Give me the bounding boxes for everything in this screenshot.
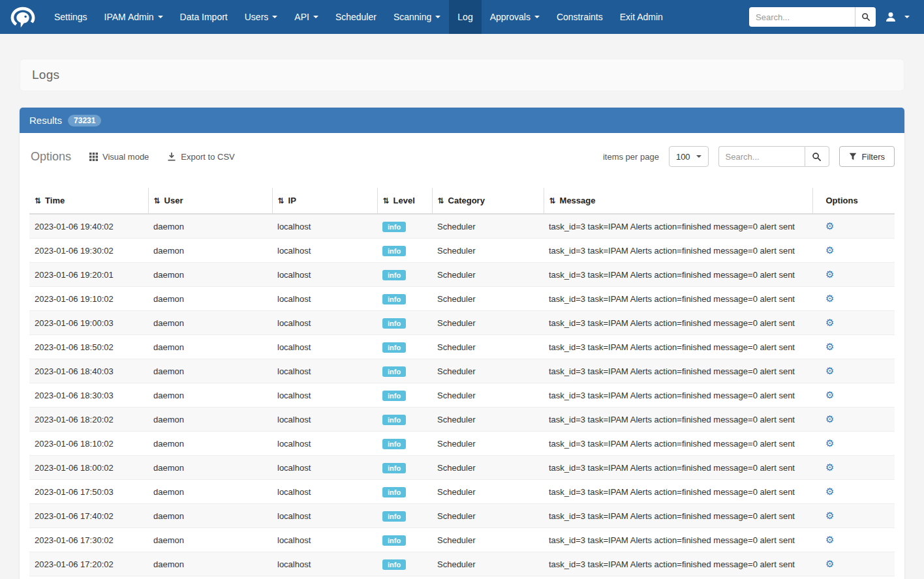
log-time-cell: 2023-01-06 17:10:02: [29, 576, 148, 579]
nav-item-settings[interactable]: Settings: [46, 0, 96, 34]
level-info-badge: info: [382, 270, 406, 280]
log-category-cell: Scheduler: [432, 214, 544, 239]
nav-item-users[interactable]: Users: [236, 0, 286, 34]
user-menu[interactable]: [880, 11, 915, 23]
gear-icon[interactable]: ⚙: [825, 245, 834, 256]
log-level-cell: info: [377, 552, 432, 576]
column-header-time[interactable]: ⇅Time: [29, 188, 148, 214]
level-info-badge: info: [382, 463, 406, 473]
gear-icon[interactable]: ⚙: [825, 341, 834, 352]
log-message-cell: task_id=3 task=IPAM Alerts action=finish…: [544, 456, 812, 480]
nav-item-constraints[interactable]: Constraints: [548, 0, 611, 34]
nav-item-scheduler[interactable]: Scheduler: [327, 0, 385, 34]
level-info-badge: info: [382, 246, 406, 256]
nav-item-approvals[interactable]: Approvals: [482, 0, 548, 34]
log-table-row: 2023-01-06 17:30:02 daemon localhost inf…: [29, 528, 895, 552]
nav-item-scanning[interactable]: Scanning: [385, 0, 449, 34]
nav-item-exit-admin[interactable]: Exit Admin: [611, 0, 671, 34]
column-header-ip[interactable]: ⇅IP: [272, 188, 377, 214]
log-time-cell: 2023-01-06 19:30:02: [29, 239, 148, 263]
nav-item-data-import[interactable]: Data Import: [172, 0, 236, 34]
log-level-cell: info: [377, 239, 432, 263]
log-table-row: 2023-01-06 18:50:02 daemon localhost inf…: [29, 335, 895, 359]
gear-icon[interactable]: ⚙: [825, 365, 834, 376]
log-options-cell: ⚙: [812, 432, 895, 456]
options-bar: Options Visual mode: [29, 146, 895, 167]
gear-icon[interactable]: ⚙: [825, 534, 834, 545]
level-info-badge: info: [382, 366, 406, 377]
results-header: Results 73231: [20, 108, 904, 133]
items-per-page-select[interactable]: 100: [669, 146, 709, 167]
log-user-cell: daemon: [148, 383, 272, 408]
log-table-row: 2023-01-06 18:30:03 daemon localhost inf…: [29, 383, 895, 408]
nav-item-label: Exit Admin: [620, 12, 663, 22]
table-search-button[interactable]: [805, 146, 829, 167]
search-icon: [861, 12, 870, 22]
results-body: Options Visual mode: [20, 133, 904, 579]
column-header-level[interactable]: ⇅Level: [377, 188, 432, 214]
global-search-button[interactable]: [855, 7, 876, 27]
nav-item-ipam-admin[interactable]: IPAM Admin: [96, 0, 172, 34]
gear-icon[interactable]: ⚙: [825, 389, 834, 400]
nav-item-log[interactable]: Log: [449, 0, 481, 34]
log-message-cell: task_id=3 task=IPAM Alerts action=finish…: [544, 214, 812, 239]
gear-icon[interactable]: ⚙: [825, 510, 834, 521]
logs-table: ⇅Time⇅User⇅IP⇅Level⇅Category⇅MessageOpti…: [29, 188, 895, 579]
log-category-cell: Scheduler: [432, 504, 544, 528]
log-options-cell: ⚙: [812, 576, 895, 579]
log-category-cell: Scheduler: [432, 480, 544, 504]
gear-icon[interactable]: ⚙: [825, 486, 834, 497]
level-info-badge: info: [382, 559, 406, 570]
gear-icon[interactable]: ⚙: [825, 413, 834, 424]
level-info-badge: info: [382, 487, 406, 497]
column-header-user[interactable]: ⇅User: [148, 188, 272, 214]
log-category-cell: Scheduler: [432, 408, 544, 432]
phpipam-logo[interactable]: [5, 0, 46, 34]
log-ip-cell: localhost: [272, 576, 377, 579]
nav-item-api[interactable]: API: [286, 0, 327, 34]
log-ip-cell: localhost: [272, 480, 377, 504]
log-level-cell: info: [377, 504, 432, 528]
log-category-cell: Scheduler: [432, 383, 544, 408]
filters-button[interactable]: Filters: [839, 146, 895, 167]
export-csv-button[interactable]: Export to CSV: [167, 152, 234, 162]
gear-icon[interactable]: ⚙: [825, 269, 834, 280]
column-header-label: Options: [826, 196, 858, 205]
log-options-cell: ⚙: [812, 335, 895, 359]
page-title: Logs: [32, 68, 892, 82]
log-user-cell: daemon: [148, 576, 272, 579]
log-options-cell: ⚙: [812, 311, 895, 335]
column-header-message[interactable]: ⇅Message: [544, 188, 812, 214]
caret-down-icon: [313, 16, 318, 18]
caret-down-icon: [272, 16, 277, 18]
gear-icon[interactable]: ⚙: [825, 293, 834, 304]
log-time-cell: 2023-01-06 19:40:02: [29, 214, 148, 239]
gear-icon[interactable]: ⚙: [825, 558, 834, 569]
log-ip-cell: localhost: [272, 552, 377, 576]
log-table-row: 2023-01-06 17:10:02 daemon localhost inf…: [29, 576, 895, 579]
log-user-cell: daemon: [148, 480, 272, 504]
log-time-cell: 2023-01-06 17:20:02: [29, 552, 148, 576]
log-options-cell: ⚙: [812, 456, 895, 480]
log-table-row: 2023-01-06 19:40:02 daemon localhost inf…: [29, 214, 895, 239]
log-user-cell: daemon: [148, 311, 272, 335]
visual-mode-button[interactable]: Visual mode: [89, 152, 149, 162]
column-header-category[interactable]: ⇅Category: [432, 188, 544, 214]
log-message-cell: task_id=3 task=IPAM Alerts action=finish…: [544, 359, 812, 383]
log-table-row: 2023-01-06 17:20:02 daemon localhost inf…: [29, 552, 895, 576]
logs-table-header-row: ⇅Time⇅User⇅IP⇅Level⇅Category⇅MessageOpti…: [29, 188, 895, 214]
level-info-badge: info: [382, 318, 406, 329]
gear-icon[interactable]: ⚙: [825, 317, 834, 328]
nav-item-label: Data Import: [180, 12, 228, 22]
main-nav: SettingsIPAM AdminData ImportUsersAPISch…: [46, 0, 671, 34]
table-search-input[interactable]: [718, 146, 805, 167]
gear-icon[interactable]: ⚙: [825, 220, 834, 231]
global-search-input[interactable]: [749, 7, 855, 27]
export-csv-label: Export to CSV: [181, 152, 234, 162]
log-ip-cell: localhost: [272, 504, 377, 528]
log-level-cell: info: [377, 359, 432, 383]
search-icon: [812, 152, 822, 162]
log-user-cell: daemon: [148, 335, 272, 359]
gear-icon[interactable]: ⚙: [825, 438, 834, 449]
gear-icon[interactable]: ⚙: [825, 462, 834, 473]
